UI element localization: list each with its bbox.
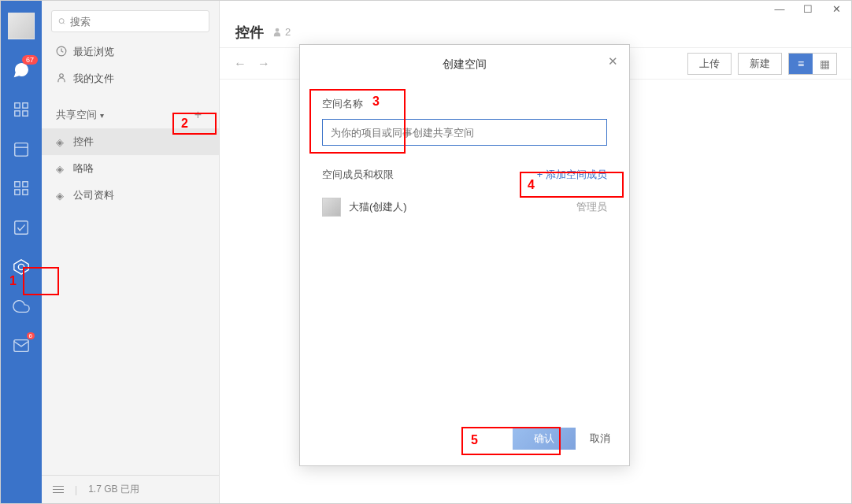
grid-view-button[interactable]: ▦ xyxy=(813,54,836,74)
back-button[interactable]: ← xyxy=(234,57,246,71)
dialog-title: 创建空间 xyxy=(443,57,487,70)
drive-icon[interactable] xyxy=(13,258,30,276)
search-icon xyxy=(58,16,65,27)
space-name-input[interactable] xyxy=(322,119,607,146)
content-header: 控件 2 xyxy=(220,17,851,48)
nav-rail: 67 6 xyxy=(1,1,42,503)
sidebar-item-gege[interactable]: ◈ 咯咯 xyxy=(42,155,219,182)
svg-line-15 xyxy=(63,23,65,24)
member-row: 大猫(创建人) 管理员 xyxy=(322,193,607,221)
svg-point-14 xyxy=(59,19,64,24)
sidebar-footer: | 1.7 GB 已用 xyxy=(42,475,219,503)
shared-space-title: 共享空间 xyxy=(56,108,97,122)
cloud-icon[interactable] xyxy=(13,298,30,315)
member-avatar xyxy=(322,198,341,217)
svg-rect-6 xyxy=(15,182,20,187)
cancel-button[interactable]: 取消 xyxy=(590,432,610,446)
svg-rect-7 xyxy=(23,182,28,187)
person-icon xyxy=(56,72,67,86)
svg-rect-0 xyxy=(15,103,20,108)
view-toggle: ≡ ▦ xyxy=(788,53,837,75)
apps-icon[interactable] xyxy=(13,180,30,197)
svg-rect-1 xyxy=(23,103,28,108)
workbench-icon[interactable] xyxy=(13,101,30,118)
maximize-button[interactable]: ☐ xyxy=(802,3,813,15)
forward-button[interactable]: → xyxy=(257,57,270,71)
mail-icon[interactable]: 6 xyxy=(13,337,30,354)
storage-text: 1.7 GB 已用 xyxy=(88,483,139,496)
dialog-close-button[interactable]: ✕ xyxy=(608,54,618,69)
confirm-button[interactable]: 确认 xyxy=(513,428,576,450)
clock-icon xyxy=(56,46,67,59)
create-button[interactable]: 新建 xyxy=(738,53,782,75)
svg-rect-8 xyxy=(15,190,20,195)
svg-rect-3 xyxy=(23,111,28,116)
sidebar-item-kongjian[interactable]: ◈ 控件 xyxy=(42,128,219,155)
svg-point-12 xyxy=(18,264,24,269)
svg-rect-9 xyxy=(23,190,28,195)
create-space-dialog: 创建空间 ✕ 空间名称 空间成员和权限 + 添加空间成员 大猫(创建人) 管理员… xyxy=(299,44,630,466)
sidebar-item-label: 咯咯 xyxy=(73,161,94,176)
svg-rect-2 xyxy=(15,111,20,116)
cube-icon: ◈ xyxy=(56,190,67,202)
search-box[interactable] xyxy=(51,10,209,32)
search-input[interactable] xyxy=(70,16,202,28)
member-name: 大猫(创建人) xyxy=(349,200,407,214)
svg-marker-11 xyxy=(14,260,28,274)
chevron-down-icon: ▾ xyxy=(100,111,104,120)
chat-icon[interactable]: 67 xyxy=(13,61,30,79)
member-role: 管理员 xyxy=(576,200,607,214)
svg-rect-10 xyxy=(15,221,28,235)
window-controls: — ☐ ✕ xyxy=(220,1,851,17)
svg-point-17 xyxy=(60,73,64,77)
members-label: 空间成员和权限 xyxy=(322,168,394,182)
nav-recent[interactable]: 最近浏览 xyxy=(42,39,219,65)
add-space-button[interactable]: + xyxy=(191,108,205,122)
nav-my-files[interactable]: 我的文件 xyxy=(42,65,219,92)
docs-icon[interactable] xyxy=(13,219,30,236)
calendar-icon[interactable] xyxy=(13,140,30,158)
space-name-label: 空间名称 xyxy=(322,97,607,111)
sidebar-item-label: 公司资料 xyxy=(73,188,114,202)
mail-badge: 6 xyxy=(27,332,35,339)
dialog-header: 创建空间 ✕ xyxy=(300,45,629,81)
chat-badge: 67 xyxy=(22,55,38,65)
sidebar-item-label: 控件 xyxy=(73,135,94,149)
minimize-button[interactable]: — xyxy=(774,3,785,15)
shared-space-header[interactable]: 共享空间 ▾ + xyxy=(42,102,219,128)
member-count[interactable]: 2 xyxy=(272,26,291,38)
sidebar-item-company[interactable]: ◈ 公司资料 xyxy=(42,182,219,209)
nav-my-files-label: 我的文件 xyxy=(73,72,114,86)
svg-rect-13 xyxy=(14,340,28,352)
menu-icon[interactable] xyxy=(53,486,64,493)
cube-icon: ◈ xyxy=(56,163,67,175)
page-title: 控件 xyxy=(235,23,264,42)
nav-recent-label: 最近浏览 xyxy=(73,45,114,59)
list-view-button[interactable]: ≡ xyxy=(789,54,813,74)
user-avatar[interactable] xyxy=(8,13,35,39)
cube-icon: ◈ xyxy=(56,136,67,148)
file-sidebar: 最近浏览 我的文件 共享空间 ▾ + ◈ 控件 ◈ 咯咯 ◈ 公司资料 xyxy=(42,1,220,503)
add-member-link[interactable]: + 添加空间成员 xyxy=(537,168,607,182)
upload-button[interactable]: 上传 xyxy=(687,53,732,75)
svg-point-18 xyxy=(276,28,280,32)
svg-rect-4 xyxy=(15,143,28,157)
close-button[interactable]: ✕ xyxy=(831,3,842,15)
